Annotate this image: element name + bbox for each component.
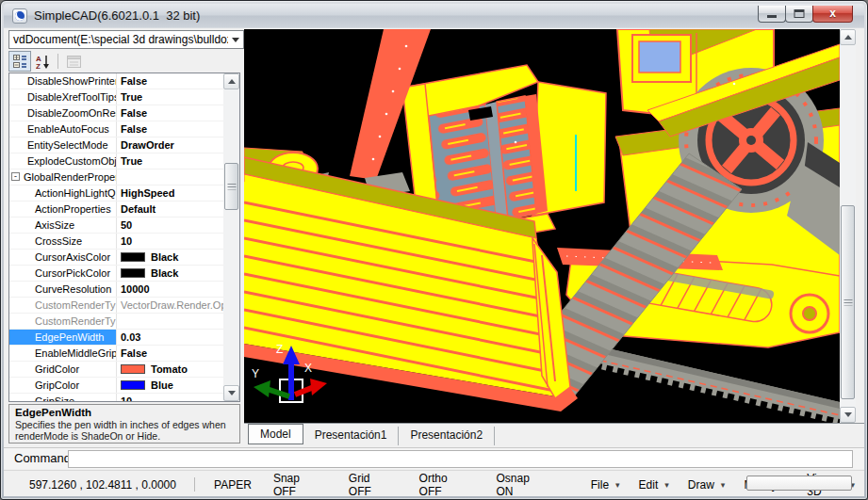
categorized-button[interactable] — [8, 51, 31, 72]
z-axis-label: Z — [276, 343, 283, 356]
chevron-down-icon: ▾ — [721, 480, 726, 490]
property-row[interactable]: ActionPropertiesDefault — [9, 202, 223, 218]
property-name: CurveResolution — [9, 282, 117, 297]
status-toggle-ortho[interactable]: Ortho OFF — [407, 472, 484, 497]
chevron-down-icon: ▾ — [664, 480, 669, 490]
collapse-icon[interactable]: - — [11, 172, 20, 181]
color-swatch — [121, 268, 145, 278]
space-mode-toggle[interactable]: PAPER — [205, 478, 261, 492]
minimize-button[interactable] — [758, 6, 786, 23]
command-input[interactable] — [68, 450, 853, 468]
property-row[interactable]: DisableShowPrinterPFalse — [9, 73, 223, 89]
property-grid: DisableShowPrinterPFalseDisableXrefToolT… — [8, 73, 240, 402]
property-row[interactable]: EnableMiddleGripIFalse — [9, 346, 223, 362]
property-name: DisableShowPrinterP — [9, 73, 117, 89]
property-row[interactable]: CurveResolution10000 — [9, 282, 223, 298]
chevron-down-icon — [232, 38, 239, 46]
menu-draw[interactable]: Draw▾ — [679, 472, 735, 497]
tab-presentación2[interactable]: Presentación2 — [399, 427, 495, 445]
property-value: Default — [117, 202, 223, 217]
arrow-up-icon — [844, 31, 852, 40]
property-value: Blue — [117, 378, 223, 393]
property-value: True — [117, 89, 223, 105]
combo-dropdown-button[interactable] — [228, 31, 243, 48]
progress-well — [746, 476, 852, 491]
property-grid-rows: DisableShowPrinterPFalseDisableXrefToolT… — [9, 73, 223, 401]
property-row[interactable]: GridColorTomato — [9, 362, 223, 378]
status-toggle-osnap[interactable]: Osnap ON — [483, 472, 560, 497]
scroll-down-button[interactable] — [840, 407, 856, 423]
property-pages-button — [62, 51, 85, 72]
property-name: GripColor — [9, 378, 117, 393]
property-row[interactable]: EdgePenWidth0.03 — [9, 330, 223, 346]
property-row[interactable]: -GlobalRenderProper — [9, 169, 223, 185]
property-row[interactable]: AxisSize50 — [9, 218, 223, 234]
property-value: 10 — [117, 234, 223, 249]
status-toggle-snap[interactable]: Snap OFF — [261, 472, 336, 497]
y-axis-label: Y — [252, 367, 259, 380]
property-row[interactable]: GripColorBlue — [9, 378, 223, 394]
property-name: -GlobalRenderProper — [9, 169, 117, 185]
property-value: 50 — [117, 218, 223, 233]
scrollbar-thumb[interactable] — [841, 205, 855, 399]
property-name: EntitySelectMode — [9, 137, 117, 153]
property-name: EdgePenWidth — [9, 330, 117, 345]
property-value: HighSpeed — [117, 185, 223, 201]
document-selector-value: vdDocument(E:\special 3d drawings\bulldo… — [9, 33, 228, 46]
toolbar-separator — [57, 54, 58, 69]
viewport-vscrollbar[interactable] — [840, 29, 856, 423]
property-value: 10 — [117, 394, 223, 401]
tab-presentación1[interactable]: Presentación1 — [303, 427, 400, 445]
color-swatch — [121, 364, 145, 374]
arrow-up-icon — [228, 75, 236, 84]
property-grid-scrollbar[interactable] — [223, 73, 239, 401]
client-area: vdDocument(E:\special 3d drawings\bulldo… — [4, 28, 864, 496]
menu-file[interactable]: File▾ — [581, 472, 630, 497]
property-row[interactable]: CustomRenderTy — [9, 314, 223, 330]
maximize-icon — [794, 9, 805, 18]
property-row[interactable]: CustomRenderTyVectorDraw.Render.Op — [9, 298, 223, 314]
property-value: 0.03 — [117, 330, 223, 345]
status-toggle-grid[interactable]: Grid OFF — [336, 472, 407, 497]
tab-bar: ModelPresentación1Presentación2 — [244, 424, 495, 445]
document-selector[interactable]: vdDocument(E:\special 3d drawings\bulldo… — [8, 30, 244, 49]
menu-edit[interactable]: Edit▾ — [630, 472, 679, 497]
property-row[interactable]: ExplodeCustomObjeTrue — [9, 153, 223, 169]
property-row[interactable]: CursorAxisColorBlack — [9, 250, 223, 266]
property-row[interactable]: DisableXrefToolTipsTrue — [9, 89, 223, 105]
property-value: 10000 — [117, 282, 223, 297]
property-row[interactable]: CursorPickColorBlack — [9, 266, 223, 282]
tab-model[interactable]: Model — [248, 424, 303, 444]
property-row[interactable]: GripSize10 — [9, 394, 223, 401]
scroll-up-button[interactable] — [223, 73, 239, 89]
app-icon — [12, 8, 27, 24]
viewport-canvas[interactable]: Z Y X — [244, 29, 840, 423]
chevron-down-icon: ▾ — [615, 480, 620, 490]
scroll-up-button[interactable] — [840, 29, 856, 45]
thumb-grip — [227, 184, 236, 190]
command-label: Command: — [14, 451, 74, 465]
window-frame: SimpleCAD(6.6021.0.1 32 bit) x vdDocumen… — [0, 0, 868, 500]
property-name: DisableXrefToolTips — [9, 89, 117, 105]
minimize-icon — [767, 15, 777, 18]
property-row[interactable]: EnableAutoFocusFalse — [9, 121, 223, 137]
property-pages-icon — [67, 56, 81, 68]
property-row[interactable]: CrossSize10 — [9, 234, 223, 250]
scroll-down-button[interactable] — [223, 385, 239, 401]
property-name: GridColor — [9, 362, 117, 377]
svg-text:Z: Z — [36, 62, 41, 69]
description-text: Specifies the pen width in inches of edg… — [15, 419, 234, 442]
property-value: False — [117, 121, 223, 137]
description-title: EdgePenWidth — [15, 407, 234, 418]
property-row[interactable]: DisableZoomOnResizFalse — [9, 105, 223, 121]
x-axis-label: X — [304, 362, 312, 375]
close-button[interactable]: x — [812, 6, 853, 23]
scrollbar-thumb[interactable] — [224, 163, 238, 210]
title-bar[interactable]: SimpleCAD(6.6021.0.1 32 bit) x — [4, 4, 864, 27]
alphabetical-sort-button[interactable]: A Z — [31, 51, 54, 72]
arrow-down-icon — [844, 412, 852, 421]
property-name: GripSize — [9, 394, 117, 401]
property-row[interactable]: ActionHighLightQHighSpeed — [9, 185, 223, 202]
property-row[interactable]: EntitySelectModeDrawOrder — [9, 137, 223, 153]
maximize-button[interactable] — [785, 6, 813, 23]
